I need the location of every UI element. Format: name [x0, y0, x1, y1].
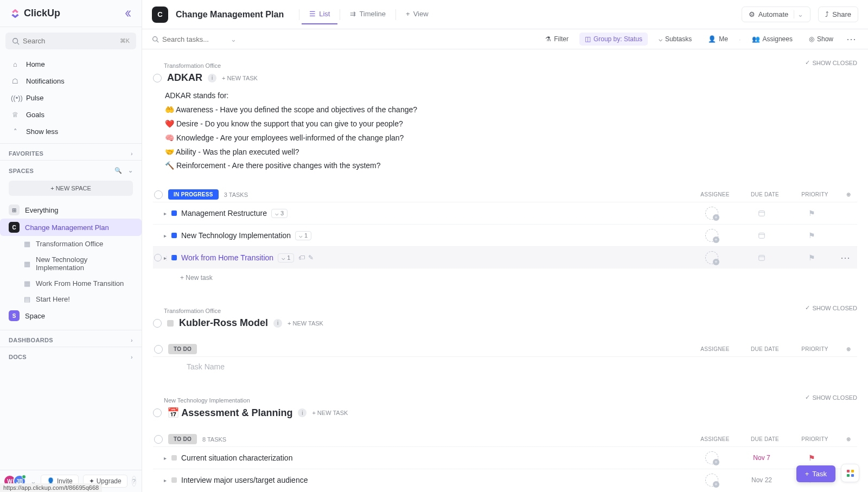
new-task-link[interactable]: + NEW TASK	[222, 75, 258, 81]
info-icon[interactable]: i	[208, 74, 216, 82]
col-due[interactable]: DUE DATE	[740, 191, 790, 197]
show-closed-button[interactable]: ✓ SHOW CLOSED	[805, 394, 857, 401]
drag-handle-icon[interactable]: ⋮⋮	[164, 255, 175, 261]
folder-breadcrumb[interactable]: New Technology Implementation	[164, 397, 805, 404]
tab-timeline[interactable]: ⇉Timeline	[342, 4, 393, 24]
flag-icon[interactable]: ⚑	[808, 453, 815, 462]
automate-button[interactable]: ⚙Automate⌄	[742, 7, 811, 22]
folder-breadcrumb[interactable]: Transformation Office	[164, 62, 805, 69]
priority-cell[interactable]: ⚑	[787, 253, 837, 262]
add-column-icon[interactable]: ⊕	[840, 346, 857, 352]
status-pill[interactable]: IN PROGRESS	[168, 189, 219, 200]
share-button[interactable]: ⤴Share	[818, 7, 858, 22]
due-date-cell[interactable]	[737, 232, 787, 239]
space-change-management[interactable]: C Change Management Plan	[0, 219, 142, 236]
add-view-button[interactable]: +View	[398, 4, 436, 24]
col-assignee[interactable]: ASSIGNEE	[690, 346, 740, 352]
chevron-down-icon[interactable]: ⌄	[794, 10, 803, 18]
row-more-icon[interactable]: ⋯	[837, 252, 854, 264]
nav-goals[interactable]: ♕Goals	[4, 106, 137, 123]
brand-logo[interactable]: ClickUp	[10, 8, 60, 19]
show-closed-button[interactable]: ✓ SHOW CLOSED	[805, 59, 857, 66]
subtask-count[interactable]: ⌵1	[278, 253, 294, 263]
status-square-icon[interactable]	[171, 210, 177, 216]
dashboards-header[interactable]: DASHBOARDS›	[0, 330, 142, 347]
folder-new-tech[interactable]: ▦New Technology Implementation	[0, 252, 142, 276]
status-square-icon[interactable]	[171, 233, 177, 238]
task-name[interactable]: New Technology Implementation	[181, 231, 291, 240]
search-tasks[interactable]: ⌄	[152, 35, 237, 43]
col-priority[interactable]: PRIORITY	[790, 191, 840, 197]
collapse-sidebar-icon[interactable]	[123, 9, 132, 18]
status-ring-icon[interactable]	[153, 319, 162, 328]
status-ring-icon[interactable]	[154, 345, 163, 354]
col-due[interactable]: DUE DATE	[740, 436, 790, 442]
show-closed-button[interactable]: ✓ SHOW CLOSED	[805, 304, 857, 311]
priority-cell[interactable]: ⚑	[787, 231, 837, 240]
assignee-cell[interactable]	[687, 207, 737, 220]
favorites-header[interactable]: FAVORITES ›	[0, 144, 142, 160]
chevron-down-icon[interactable]: ⌄	[128, 167, 133, 174]
assignees-button[interactable]: 👥Assignees	[746, 33, 798, 46]
due-date-cell[interactable]	[737, 254, 787, 261]
task-row[interactable]: ⋮⋮▸Work from Home Transition⌵1🏷✎⚑⋯	[153, 246, 857, 269]
list-title[interactable]: ADKAR	[167, 72, 202, 84]
list-title[interactable]: 📅 Assessment & Planning	[167, 407, 292, 419]
status-ring-icon[interactable]	[154, 435, 163, 444]
status-pill[interactable]: TO DO	[168, 344, 197, 354]
subtask-count[interactable]: ⌵1	[295, 231, 311, 240]
flag-icon[interactable]: ⚑	[808, 209, 815, 218]
nav-show-less[interactable]: ˄Show less	[4, 123, 137, 140]
task-name[interactable]: Management Restructure	[181, 209, 267, 218]
space-everything[interactable]: ⊞ Everything	[0, 201, 142, 219]
apps-fab[interactable]	[841, 464, 859, 482]
assignee-placeholder-icon[interactable]	[705, 251, 718, 264]
spaces-header[interactable]: SPACES 🔍 ⌄	[0, 161, 142, 177]
new-task-row[interactable]: + New task	[153, 269, 857, 287]
tab-list[interactable]: ☰List	[302, 4, 337, 24]
new-space-button[interactable]: + NEW SPACE	[9, 181, 133, 196]
new-task-link[interactable]: + NEW TASK	[288, 320, 323, 327]
docs-header[interactable]: DOCS›	[0, 347, 142, 363]
task-name[interactable]: Current situation characterization	[181, 453, 292, 462]
add-column-icon[interactable]: ⊕	[840, 191, 857, 197]
task-name-input[interactable]: Task Name	[153, 356, 857, 376]
status-ring-icon[interactable]	[153, 408, 162, 417]
priority-cell[interactable]: ⚑	[787, 209, 837, 218]
folder-wfh[interactable]: ▦Work From Home Transition	[0, 276, 142, 291]
space-badge[interactable]: C	[152, 7, 168, 23]
doc-start-here[interactable]: ▤Start Here!	[0, 291, 142, 307]
show-button[interactable]: ◎Show	[803, 33, 839, 46]
me-button[interactable]: 👤Me	[703, 33, 733, 46]
sidebar-search[interactable]: ⌘K	[5, 33, 136, 49]
status-ring-icon[interactable]	[153, 74, 162, 82]
page-title[interactable]: Change Management Plan	[176, 10, 284, 20]
due-date-cell[interactable]: Nov 22	[737, 476, 787, 484]
more-icon[interactable]: ⋯	[844, 33, 858, 45]
task-row[interactable]: ▸Interview major users/target audienceNo…	[153, 469, 857, 491]
new-task-fab[interactable]: +Task	[796, 465, 835, 482]
filter-button[interactable]: ⚗Filter	[540, 33, 574, 46]
expand-caret-icon[interactable]: ▸	[164, 233, 169, 239]
task-name[interactable]: Interview major users/target audience	[181, 476, 308, 484]
edit-icon[interactable]: ✎	[308, 254, 314, 261]
task-row[interactable]: ▸Management Restructure⌵3⚑	[153, 202, 857, 224]
groupby-button[interactable]: ◫Group by: Status	[579, 33, 648, 46]
assignee-placeholder-icon[interactable]	[705, 451, 718, 464]
status-ring-icon[interactable]	[154, 190, 163, 199]
due-date-cell[interactable]: Nov 7	[737, 454, 787, 462]
assignee-cell[interactable]	[687, 251, 737, 264]
assignee-cell[interactable]	[687, 229, 737, 242]
flag-icon[interactable]: ⚑	[808, 231, 815, 240]
status-square-icon[interactable]	[171, 477, 177, 483]
sidebar-search-input[interactable]	[20, 37, 120, 45]
expand-caret-icon[interactable]: ▸	[164, 210, 169, 216]
subtasks-button[interactable]: ⌵Subtasks	[653, 33, 697, 46]
search-spaces-icon[interactable]: 🔍	[114, 167, 122, 174]
assignee-placeholder-icon[interactable]	[705, 229, 718, 242]
nav-pulse[interactable]: ((•))Pulse	[4, 90, 137, 106]
help-icon[interactable]: ?	[132, 476, 136, 487]
subtask-count[interactable]: ⌵3	[271, 209, 288, 218]
add-column-icon[interactable]: ⊕	[840, 436, 857, 442]
col-priority[interactable]: PRIORITY	[790, 436, 840, 442]
